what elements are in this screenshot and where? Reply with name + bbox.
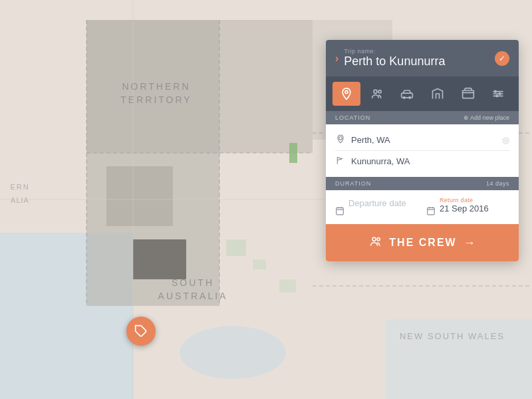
svg-point-53 bbox=[377, 238, 380, 241]
svg-point-30 bbox=[345, 90, 348, 93]
location-fields: Perth, WA ◎ Kununurra, WA bbox=[326, 124, 519, 177]
svg-point-41 bbox=[499, 93, 501, 95]
check-icon: ✓ bbox=[499, 54, 505, 63]
svg-rect-22 bbox=[226, 239, 246, 256]
svg-point-2 bbox=[180, 326, 286, 379]
map-container: NORTHERN TERRITORY SOUTH AUSTRALIA ERN A… bbox=[0, 0, 532, 399]
departure-date-field[interactable]: Departure date bbox=[335, 197, 418, 217]
departure-cal-icon bbox=[335, 206, 344, 217]
return-date-block: Return date 21 Sep 2016 bbox=[440, 197, 489, 213]
from-location-text: Perth, WA bbox=[351, 135, 497, 145]
from-location-row[interactable]: Perth, WA ◎ bbox=[335, 130, 509, 151]
duration-days: 14 days bbox=[486, 180, 509, 187]
svg-rect-8 bbox=[133, 239, 186, 279]
svg-rect-14 bbox=[289, 143, 297, 163]
duration-label: DURATION bbox=[335, 180, 371, 187]
trip-panel: › Trip name: Perth to Kununurra ✓ bbox=[326, 40, 519, 261]
return-cal-icon bbox=[426, 206, 436, 217]
to-location-row[interactable]: Kununurra, WA bbox=[335, 151, 509, 172]
trip-name: Perth to Kununurra bbox=[344, 55, 445, 68]
departure-date-placeholder: Departure date bbox=[348, 198, 406, 208]
destination-flag-icon bbox=[335, 156, 346, 167]
panel-header: › Trip name: Perth to Kununurra ✓ bbox=[326, 40, 519, 76]
svg-text:SOUTH: SOUTH bbox=[172, 277, 214, 288]
svg-text:TERRITORY: TERRITORY bbox=[120, 94, 192, 105]
trip-label: Trip name: bbox=[344, 48, 445, 55]
svg-text:ALIA: ALIA bbox=[11, 196, 29, 204]
crew-people-icon bbox=[369, 235, 382, 251]
svg-text:AUSTRALIA: AUSTRALIA bbox=[158, 291, 228, 301]
icon-tabs bbox=[326, 76, 519, 111]
from-location-target-icon: ◎ bbox=[502, 135, 509, 145]
return-date-label: Return date bbox=[440, 197, 489, 203]
svg-point-31 bbox=[374, 90, 377, 93]
crew-button[interactable]: THE CREW → bbox=[326, 224, 519, 261]
tab-car[interactable] bbox=[393, 82, 421, 106]
location-section-bar: LOCATION ⊕ Add new place bbox=[326, 111, 519, 124]
tab-location[interactable] bbox=[332, 82, 360, 106]
svg-rect-24 bbox=[279, 279, 296, 293]
tab-hotel[interactable] bbox=[454, 82, 482, 106]
svg-point-40 bbox=[495, 90, 497, 92]
chevron-right-icon: › bbox=[335, 53, 338, 65]
to-location-text: Kununurra, WA bbox=[351, 156, 509, 166]
svg-point-52 bbox=[372, 237, 376, 241]
tab-accommodation[interactable] bbox=[424, 82, 452, 106]
svg-rect-7 bbox=[106, 166, 173, 226]
panel-header-left: › Trip name: Perth to Kununurra bbox=[335, 48, 445, 68]
svg-point-43 bbox=[339, 137, 342, 140]
tab-settings[interactable] bbox=[484, 82, 512, 106]
svg-rect-23 bbox=[253, 259, 266, 269]
location-pin-icon bbox=[335, 134, 346, 146]
departure-date-block: Departure date bbox=[348, 197, 406, 209]
crew-arrow-icon: → bbox=[464, 236, 475, 250]
add-place-button[interactable]: ⊕ Add new place bbox=[464, 114, 509, 121]
svg-text:ERN: ERN bbox=[10, 183, 29, 191]
check-circle[interactable]: ✓ bbox=[495, 51, 509, 66]
svg-rect-5 bbox=[86, 20, 313, 153]
svg-text:NEW SOUTH WALES: NEW SOUTH WALES bbox=[400, 331, 505, 341]
svg-rect-36 bbox=[462, 90, 473, 98]
svg-point-42 bbox=[496, 95, 498, 97]
svg-rect-44 bbox=[336, 207, 344, 215]
duration-section-bar: DURATION 14 days bbox=[326, 177, 519, 190]
crew-button-text: THE CREW bbox=[389, 237, 456, 249]
svg-rect-48 bbox=[428, 207, 435, 215]
return-date-field[interactable]: Return date 21 Sep 2016 bbox=[426, 197, 509, 217]
map-pin[interactable] bbox=[126, 317, 156, 346]
date-fields: Departure date Return date 21 Sep 2016 bbox=[326, 190, 519, 224]
svg-text:NORTHERN: NORTHERN bbox=[122, 81, 190, 92]
location-label: LOCATION bbox=[335, 114, 370, 121]
svg-point-32 bbox=[378, 90, 381, 93]
return-date-value: 21 Sep 2016 bbox=[440, 203, 489, 213]
trip-name-block: Trip name: Perth to Kununurra bbox=[344, 48, 445, 68]
tab-crew[interactable] bbox=[363, 82, 391, 106]
